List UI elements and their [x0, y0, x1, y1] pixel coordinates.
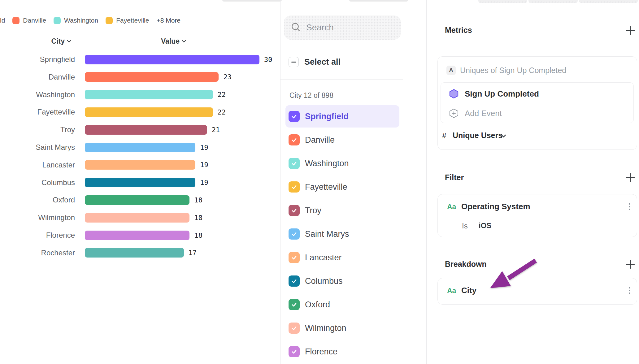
chart-value-label: 18: [194, 214, 202, 222]
legend-item[interactable]: Danville: [12, 17, 46, 24]
analytics-report-page: ld DanvilleWashingtonFayetteville +8 Mor…: [0, 0, 639, 364]
checkbox-checked-icon[interactable]: [289, 299, 300, 310]
chart-value-label: 23: [223, 73, 232, 81]
checkbox-checked-icon[interactable]: [289, 252, 300, 263]
checkbox-checked-icon[interactable]: [289, 181, 300, 193]
city-list-item[interactable]: Troy: [285, 199, 399, 222]
list-divider: [280, 79, 403, 80]
city-list-label: Springfield: [305, 112, 349, 121]
legend-label: Washington: [64, 17, 98, 24]
panel-divider: [426, 0, 427, 364]
breakdown-kebab-menu-icon[interactable]: [628, 287, 630, 294]
add-breakdown-button[interactable]: [625, 259, 635, 269]
chart-row: Springfield30: [0, 51, 280, 68]
chevron-down-icon: [182, 40, 186, 43]
filter-section-title: Filter: [445, 173, 464, 182]
legend-item[interactable]: Washington: [54, 17, 98, 24]
city-list-item[interactable]: Danville: [285, 129, 399, 151]
legend-more-label[interactable]: +8 More: [156, 17, 180, 24]
chart-value-label: 22: [218, 108, 226, 116]
chart-bar[interactable]: [85, 125, 207, 135]
checkbox-checked-icon[interactable]: [289, 346, 300, 357]
chart-row: Columbus19: [0, 174, 280, 191]
city-list-item[interactable]: Springfield: [285, 105, 399, 128]
chart-bar[interactable]: [85, 178, 195, 187]
toolbar-fragment: [222, 0, 282, 2]
city-list-label: Florence: [305, 347, 337, 357]
search-input-wrap: [284, 15, 401, 40]
chart-bar[interactable]: [85, 55, 259, 64]
event-hexagon-icon: [449, 89, 459, 99]
city-list-item[interactable]: Fayetteville: [285, 176, 399, 198]
add-filter-button[interactable]: [625, 173, 635, 183]
city-list-item[interactable]: Washington: [285, 152, 399, 175]
city-list-item[interactable]: Columbus: [285, 270, 399, 292]
chart-bar[interactable]: [85, 143, 195, 152]
chart-row: Washington22: [0, 86, 280, 103]
city-list-item[interactable]: Oxford: [285, 293, 399, 316]
checkbox-checked-icon[interactable]: [289, 275, 300, 287]
chevron-down-icon[interactable]: [501, 134, 506, 138]
tab-fragment[interactable]: [579, 0, 638, 3]
chart-row: Danville23: [0, 68, 280, 86]
breakdown-property-name[interactable]: City: [461, 286, 476, 295]
legend-swatch: [106, 17, 113, 24]
checkbox-checked-icon[interactable]: [289, 111, 300, 122]
minus-icon: [291, 62, 296, 63]
toolbar-fragment: [349, 0, 408, 2]
breakdown-section-title: Breakdown: [445, 260, 487, 269]
plus-icon: [625, 173, 635, 183]
filter-kebab-menu-icon[interactable]: [628, 203, 630, 210]
city-list-item[interactable]: Wilmington: [285, 317, 399, 339]
add-metric-button[interactable]: [625, 26, 635, 36]
aggregation-hash-icon: #: [442, 132, 446, 140]
chart-bar[interactable]: [85, 213, 189, 223]
checkbox-checked-icon[interactable]: [289, 205, 300, 216]
chart-value-label: 19: [200, 161, 208, 169]
select-all-row[interactable]: Select all: [289, 57, 341, 67]
chart-bar[interactable]: [85, 195, 189, 205]
city-list-item[interactable]: Florence: [285, 340, 399, 363]
checkbox-checked-icon[interactable]: [289, 134, 300, 145]
chart-category-label: Fayetteville: [0, 108, 75, 116]
checkbox-checked-icon[interactable]: [289, 323, 300, 334]
chart-bar[interactable]: [85, 160, 195, 170]
chart-row: Fayetteville22: [0, 103, 280, 121]
filter-property-name[interactable]: Operating System: [461, 202, 530, 211]
column-header-city[interactable]: City: [0, 36, 71, 46]
chart-bar[interactable]: [85, 231, 189, 240]
chart-bar[interactable]: [85, 90, 213, 99]
tab-fragment[interactable]: [478, 0, 527, 3]
chart-bar[interactable]: [85, 72, 219, 82]
select-all-checkbox-indeterminate[interactable]: [289, 57, 299, 67]
legend-item[interactable]: Fayetteville: [106, 17, 149, 24]
tab-fragment[interactable]: [528, 0, 578, 3]
city-list-label: Danville: [305, 135, 335, 145]
chart-category-label: Springfield: [0, 55, 75, 64]
add-event-button[interactable]: Add Event: [465, 109, 502, 118]
filter-card: [437, 194, 637, 237]
chart-category-label: Oxford: [0, 196, 75, 204]
checkbox-checked-icon[interactable]: [289, 228, 300, 240]
filter-value[interactable]: iOS: [479, 221, 491, 230]
filter-operator[interactable]: Is: [462, 222, 468, 230]
plus-icon: [625, 259, 635, 269]
legend-item-clipped[interactable]: ld: [0, 17, 5, 24]
city-list-item[interactable]: Lancaster: [285, 246, 399, 269]
chart-value-label: 18: [194, 232, 202, 239]
legend-swatch: [12, 17, 20, 24]
annotation-arrow: [483, 254, 545, 294]
chevron-down-icon: [67, 40, 71, 43]
column-header-value[interactable]: Value: [161, 36, 186, 46]
chart-category-label: Lancaster: [0, 161, 75, 169]
search-input[interactable]: [306, 22, 384, 33]
city-list-item[interactable]: Saint Marys: [285, 223, 399, 245]
checkbox-checked-icon[interactable]: [289, 158, 300, 169]
city-list-label: Wilmington: [305, 323, 346, 333]
chart-bar[interactable]: [85, 248, 184, 258]
add-event-hexagon-plus-icon: [449, 108, 459, 119]
chart-bar[interactable]: [85, 107, 213, 117]
event-name[interactable]: Sign Up Completed: [465, 89, 539, 99]
chart-value-label: 21: [212, 126, 220, 134]
aggregation-selector[interactable]: Unique Users: [453, 131, 502, 140]
